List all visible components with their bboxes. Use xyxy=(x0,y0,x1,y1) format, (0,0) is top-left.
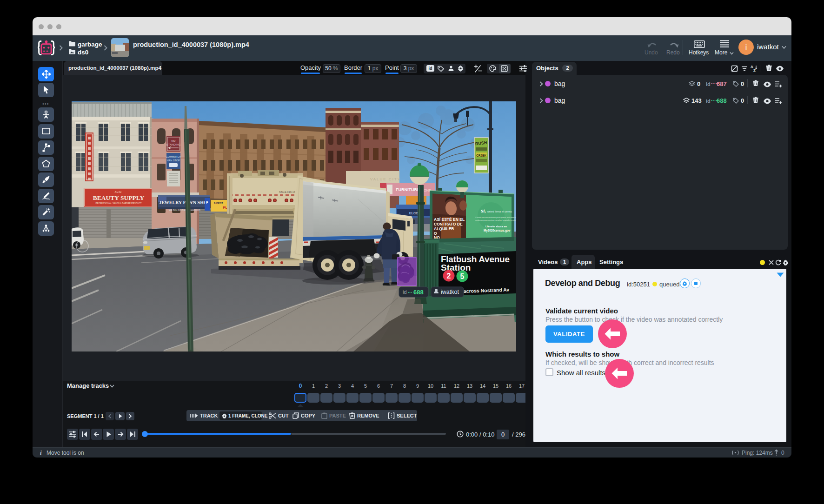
svg-text:VAN STOP: VAN STOP xyxy=(167,159,180,162)
svg-text:2: 2 xyxy=(447,272,451,280)
svg-text:BEAUTY SUPPLY: BEAUTY SUPPLY xyxy=(93,194,145,201)
svg-text:5: 5 xyxy=(460,272,465,280)
svg-text:CRJEK: CRJEK xyxy=(476,154,486,157)
svg-text:Joelle: Joelle xyxy=(114,190,122,193)
svg-text:My2020census.gov: My2020census.gov xyxy=(484,229,511,232)
svg-text:JEWELRY PAWN SHOP: JEWELRY PAWN SHOP xyxy=(159,200,210,205)
svg-text:id: id xyxy=(403,289,407,295)
svg-text:688: 688 xyxy=(413,289,424,296)
svg-text:CONTRATO DE: CONTRATO DE xyxy=(434,222,463,226)
svg-text:Cuando nos encuestamos partici: Cuando nos encuestamos participamos, más… xyxy=(475,217,516,219)
svg-text:...: ... xyxy=(408,288,412,294)
svg-text:iwatkot: iwatkot xyxy=(441,289,459,295)
svg-text:ASÍ ESTÉ EN EL: ASÍ ESTÉ EN EL xyxy=(434,217,465,222)
svg-text:7·BEST: 7·BEST xyxy=(214,202,223,205)
svg-text:P: P xyxy=(206,201,208,204)
svg-text:STA-E-019-13: STA-E-019-13 xyxy=(279,191,295,193)
svg-text:STANDING: STANDING xyxy=(166,143,181,146)
svg-text:Z: Z xyxy=(753,68,756,72)
svg-text:recibimos para nuestras escuel: recibimos para nuestras escuelas, hospit… xyxy=(475,219,516,221)
svg-text:FURNITURE: FURNITURE xyxy=(396,187,420,192)
svg-text:Llénelo ahora en: Llénelo ahora en xyxy=(485,225,507,228)
svg-text:NO: NO xyxy=(172,139,176,142)
svg-text:PROFESSIONAL SALON & BARBER PR: PROFESSIONAL SALON & BARBER PRODUCT xyxy=(96,202,142,205)
svg-text:COMMUTER: COMMUTER xyxy=(166,155,181,158)
svg-text:ELCO: ELCO xyxy=(409,212,419,215)
svg-text:usted llena el censo: usted llena el censo xyxy=(487,210,512,213)
svg-text:sí,: sí, xyxy=(481,208,486,213)
svg-text:ALQUILER: ALQUILER xyxy=(434,226,454,231)
svg-text:VALUE CITY: VALUE CITY xyxy=(370,177,401,181)
svg-text:WE BUY GOLD AND DIAMONDS: WE BUY GOLD AND DIAMONDS xyxy=(169,209,200,212)
svg-text:Station: Station xyxy=(441,263,471,272)
